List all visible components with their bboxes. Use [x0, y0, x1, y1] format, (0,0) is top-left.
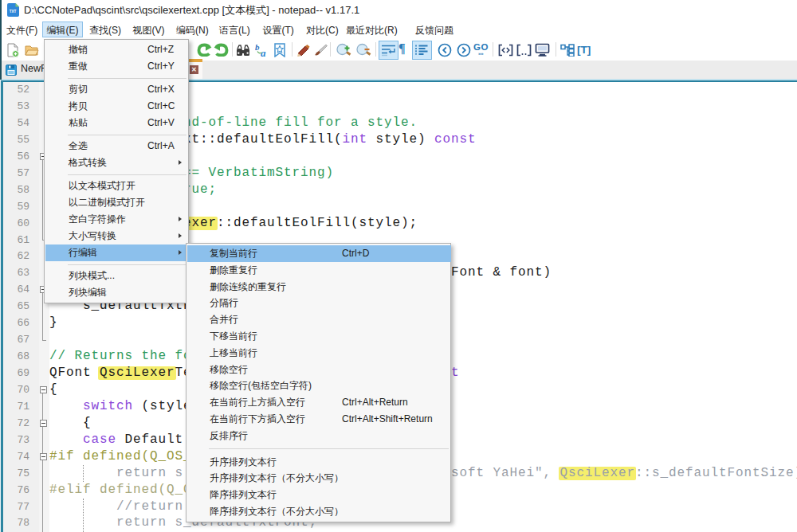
svg-text:TXT: TXT — [10, 9, 17, 13]
svg-text:a: a — [261, 47, 266, 57]
svg-text:b: b — [255, 43, 260, 52]
